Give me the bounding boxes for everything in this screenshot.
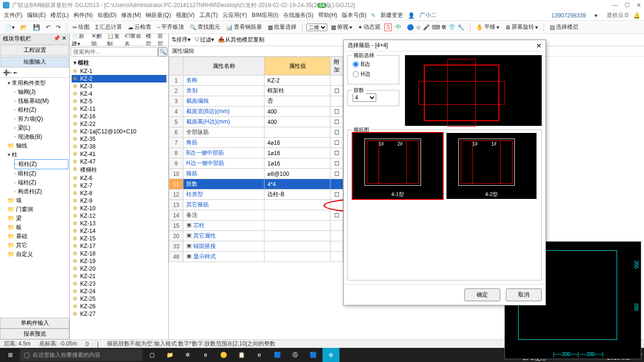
- prop-row[interactable]: 48显示样式: [169, 252, 343, 262]
- mt-floor[interactable]: 楼层: [146, 34, 155, 46]
- prop-row[interactable]: 9H边一侧中部筋1⌀16☐: [169, 158, 343, 169]
- nav-leaf[interactable]: 剪力墙(Q): [14, 115, 68, 123]
- mt-copy[interactable]: 📋复制: [107, 34, 122, 46]
- prop-row[interactable]: 10箍筋⌀8@100☐: [169, 169, 343, 179]
- prop-row[interactable]: 7角筋4⌀16☐: [169, 138, 343, 148]
- mt-del[interactable]: ✕删除: [91, 34, 104, 46]
- prop-row[interactable]: 20其它属性: [169, 231, 343, 241]
- menu-version[interactable]: 版本号(B): [342, 11, 366, 19]
- comp-item[interactable]: KZ-5: [72, 98, 166, 105]
- menu-view[interactable]: 视图(V): [176, 11, 195, 19]
- prop-row[interactable]: 1名称KZ-2: [169, 75, 343, 86]
- nav-item[interactable]: 柱: [8, 150, 68, 159]
- comp-item[interactable]: 楼梯柱: [72, 165, 166, 174]
- nav-sec-proj[interactable]: 工程设置: [0, 45, 69, 56]
- menu-floor[interactable]: 楼层(L): [50, 11, 69, 19]
- tb-cloudcheck[interactable]: ☁ 云检查: [126, 22, 153, 32]
- comp-item[interactable]: KZ-1a[C12@100+C10: [72, 128, 166, 135]
- prop-row[interactable]: 14备注☐: [169, 210, 343, 221]
- component-tree[interactable]: 框柱KZ-1KZ-2KZ-3KZ-4KZ-5KZ-11KZ-16KZ-22KZ-…: [70, 58, 168, 339]
- mt-new[interactable]: 📄新建▾: [72, 34, 89, 46]
- nav-mini-icons[interactable]: ➕▫ ▪▫: [0, 68, 69, 78]
- comp-item[interactable]: KZ-24: [72, 288, 166, 295]
- nav-item[interactable]: 轴线: [8, 141, 68, 150]
- comp-item[interactable]: KZ-26: [72, 303, 166, 310]
- mt-rename[interactable]: 🏷重命名: [124, 34, 142, 46]
- tb-ie[interactable]: e: [251, 348, 268, 362]
- nav-leaf[interactable]: 现浇板(B): [14, 132, 68, 141]
- taskbar-search[interactable]: ◯ 在这里输入你要搜索的内容: [20, 349, 142, 361]
- nav-leaf[interactable]: 框柱(Z): [14, 106, 68, 115]
- nav-single[interactable]: 单构件输入: [0, 318, 69, 329]
- menu-bim[interactable]: BIM应用(I): [252, 11, 279, 19]
- search-input[interactable]: [71, 47, 158, 57]
- nav-item[interactable]: 其它: [8, 241, 68, 250]
- tb-app8[interactable]: ⊕: [322, 348, 339, 362]
- nav-item[interactable]: 板: [8, 223, 68, 232]
- nav-leaf[interactable]: 筏板基础(M): [14, 97, 68, 106]
- menu-newchange[interactable]: 新建变更: [380, 11, 403, 19]
- ok-button[interactable]: 确定: [464, 288, 500, 301]
- comp-item[interactable]: KZ-17: [72, 242, 166, 250]
- comp-item[interactable]: KZ-16: [72, 113, 166, 120]
- menu-rebar[interactable]: 钢筋量(Q): [146, 11, 171, 19]
- comp-item[interactable]: KZ-23: [72, 280, 166, 288]
- property-table[interactable]: 属性名称 属性值 附加 1名称KZ-22类别框架柱☐3截面编辑否4截面宽(B边)…: [169, 57, 343, 262]
- comp-item[interactable]: KZ-22: [72, 120, 166, 128]
- prop-row[interactable]: 11肢数4*4: [169, 179, 343, 189]
- menu-edit[interactable]: 编辑(E): [27, 11, 46, 19]
- tb-viewrebar[interactable]: 📊 查看钢筋量: [224, 22, 264, 32]
- tb-new-icon[interactable]: 📄▾: [3, 23, 17, 32]
- tb-dynview[interactable]: ✦动态观: [356, 22, 382, 32]
- menu-file[interactable]: 文件(F): [4, 11, 22, 19]
- menu-user[interactable]: 广小二: [420, 11, 437, 19]
- comp-item[interactable]: KZ-6: [72, 174, 166, 182]
- menu-online[interactable]: 在线服务(S): [283, 11, 314, 19]
- comp-item[interactable]: KZ-4: [72, 90, 166, 98]
- comp-item[interactable]: KZ-8: [72, 189, 166, 197]
- minimize-button[interactable]: —: [612, 2, 618, 8]
- search-button[interactable]: 🔍: [158, 47, 167, 57]
- mt-first[interactable]: 首层: [157, 34, 166, 46]
- comp-item[interactable]: KZ-35: [72, 135, 166, 143]
- comp-item[interactable]: KZ-3: [72, 82, 166, 90]
- comp-item[interactable]: KZ-21: [72, 272, 166, 280]
- thumb[interactable]: 1# 1# 4-2型: [446, 133, 537, 199]
- tb-flat[interactable]: ⎓ 平齐板顶: [155, 22, 186, 32]
- menu-cloud[interactable]: 云应用(Y): [223, 11, 247, 19]
- view-select[interactable]: 二维: [306, 24, 327, 31]
- tb-app6[interactable]: Ⓖ: [287, 348, 304, 362]
- comp-item[interactable]: KZ-14: [72, 227, 166, 235]
- nav-leaf[interactable]: 框柱(Z): [14, 159, 68, 169]
- nav-item[interactable]: 基础: [8, 232, 68, 241]
- count-select[interactable]: 4: [353, 93, 376, 102]
- radio-h[interactable]: [353, 71, 359, 77]
- prop-row[interactable]: 15芯柱: [169, 221, 343, 231]
- comp-item[interactable]: KZ-12: [72, 212, 166, 220]
- tb-redo-icon[interactable]: ↷: [54, 23, 63, 32]
- tb-find[interactable]: 🔍 查找图元: [188, 22, 222, 32]
- nav-leaf[interactable]: 轴网(J): [14, 88, 68, 97]
- nav-leaf[interactable]: 暗柱(Z): [14, 169, 68, 178]
- comp-item[interactable]: KZ-25: [72, 295, 166, 303]
- nav-leaf[interactable]: 梁(L): [14, 123, 68, 132]
- radio-b[interactable]: [353, 61, 359, 67]
- tb-topview[interactable]: ▦俯视▾: [329, 22, 354, 32]
- tb-edge[interactable]: e: [197, 348, 214, 362]
- comp-item[interactable]: KZ-38: [72, 143, 166, 150]
- tb-app2[interactable]: ✲: [179, 348, 196, 362]
- nav-report[interactable]: 报表预览: [0, 329, 69, 339]
- comp-item[interactable]: KZ-18: [72, 250, 166, 257]
- thumb[interactable]: 1# 2# 4-1型: [353, 133, 443, 199]
- menu-component[interactable]: 构件(N): [74, 11, 93, 19]
- close-button[interactable]: ✕: [636, 2, 641, 8]
- comp-item[interactable]: KZ-20: [72, 265, 166, 272]
- start-button[interactable]: ⊞: [2, 348, 19, 362]
- tb-sum[interactable]: Σ 汇总计算: [93, 22, 124, 32]
- tb-selfloor[interactable]: ▤选择楼层: [548, 22, 580, 32]
- menu-tools[interactable]: 工具(T): [199, 11, 218, 19]
- nav-pin-icon[interactable]: 📌 ✕: [53, 35, 66, 43]
- tb-app3[interactable]: 🟡: [215, 348, 232, 362]
- nav-item[interactable]: 梁: [8, 214, 68, 223]
- comp-item[interactable]: KZ-41: [72, 150, 166, 158]
